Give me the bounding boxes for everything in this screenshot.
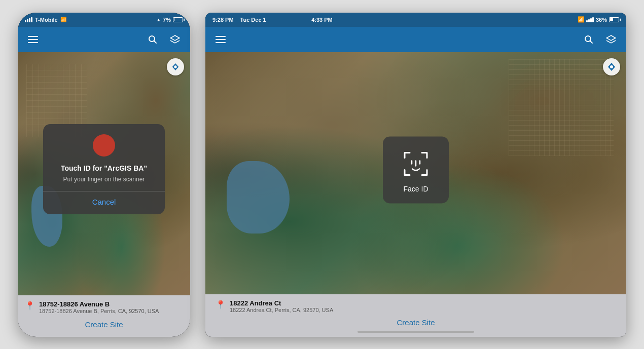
tablet-battery-fill xyxy=(610,18,613,21)
tablet-status-left: 9:28 PM Tue Dec 1 xyxy=(212,17,266,23)
tablet-menu-button[interactable] xyxy=(212,31,229,48)
phone-address-main: 18752-18826 Avenue B xyxy=(39,300,159,308)
scroll-indicator-container xyxy=(216,331,616,333)
tablet-header-right-icons xyxy=(581,31,619,48)
tablet-app-header xyxy=(205,27,626,52)
tablet-address-text: 18222 Andrea Ct 18222 Andrea Ct, Perris,… xyxy=(230,299,333,313)
battery-icon xyxy=(173,17,183,22)
tablet-search-button[interactable] xyxy=(581,31,597,48)
phone-device: T-Mobile 📶 4:33 PM ▲ 7% xyxy=(18,13,190,337)
pin-icon: 📍 xyxy=(25,301,35,311)
phone-address-text: 18752-18826 Avenue B 18752-18826 Avenue … xyxy=(39,300,159,314)
phone-status-bar: T-Mobile 📶 4:33 PM ▲ 7% xyxy=(18,13,190,27)
phone-bottom-bar: 📍 18752-18826 Avenue B 18752-18826 Avenu… xyxy=(18,295,190,337)
tablet-signal-icon xyxy=(586,17,594,22)
header-right-icons xyxy=(145,31,183,48)
status-right: ▲ 7% xyxy=(156,17,183,23)
face-id-icon-container xyxy=(401,148,431,179)
svg-point-5 xyxy=(610,65,613,68)
phone-address-row: 📍 18752-18826 Avenue B 18752-18826 Avenu… xyxy=(25,300,183,314)
tablet-map[interactable]: Face ID xyxy=(205,52,626,294)
phone-address-sub: 18752-18826 Avenue B, Perris, CA, 92570,… xyxy=(39,308,159,314)
tablet-battery-icon xyxy=(609,17,619,22)
svg-line-4 xyxy=(590,41,593,43)
face-id-dialog: Face ID xyxy=(383,136,449,203)
tablet-wifi-icon: 📶 xyxy=(578,16,584,23)
battery-fill xyxy=(174,18,174,21)
tablet-address-sub: 18222 Andrea Ct, Perris, CA, 92570, USA xyxy=(230,307,333,313)
tablet-device: 9:28 PM Tue Dec 1 📶 36% xyxy=(205,13,626,337)
layers-button[interactable] xyxy=(167,31,183,48)
svg-line-1 xyxy=(154,41,157,43)
svg-point-2 xyxy=(174,65,176,68)
tablet-status-bar: 9:28 PM Tue Dec 1 📶 36% xyxy=(205,13,626,27)
wifi-icon: 📶 xyxy=(60,17,66,22)
touch-id-cancel-button[interactable]: Cancel xyxy=(55,198,153,206)
tablet-pin-icon: 📍 xyxy=(216,300,226,309)
tablet-battery-percent: 36% xyxy=(596,17,607,23)
tablet-status-right: 📶 36% xyxy=(578,16,619,23)
battery-percent: 7% xyxy=(163,17,171,23)
tablet-address-row: 📍 18222 Andrea Ct 18222 Andrea Ct, Perri… xyxy=(216,299,616,313)
face-id-svg xyxy=(401,148,431,179)
tablet-create-site-button[interactable]: Create Site xyxy=(216,316,616,329)
touch-id-title: Touch ID for "ArcGIS BA" xyxy=(55,163,153,172)
signal-icon xyxy=(25,17,32,22)
location-button[interactable] xyxy=(167,58,184,75)
tablet-date: Tue Dec 1 xyxy=(240,17,266,23)
phone-app-header xyxy=(18,27,190,52)
location-arrow-icon: ▲ xyxy=(156,17,161,22)
tablet-location-button[interactable] xyxy=(603,58,620,75)
phone-map[interactable]: Touch ID for "ArcGIS BA" Put your finger… xyxy=(18,52,190,295)
carrier-label: T-Mobile xyxy=(35,17,58,23)
tablet-bottom-bar: 📍 18222 Andrea Ct 18222 Andrea Ct, Perri… xyxy=(205,294,626,337)
tablet-urban-grid xyxy=(509,59,614,156)
face-id-label: Face ID xyxy=(398,185,434,193)
touch-id-dialog: Touch ID for "ArcGIS BA" Put your finger… xyxy=(43,124,165,214)
touch-id-subtitle: Put your finger on the scanner xyxy=(55,176,153,183)
status-left: T-Mobile 📶 xyxy=(25,17,66,23)
phone-create-site-button[interactable]: Create Site xyxy=(25,318,183,331)
search-button[interactable] xyxy=(145,31,161,48)
touch-id-dot xyxy=(93,134,115,156)
tablet-time: 9:28 PM xyxy=(212,17,234,23)
scroll-indicator xyxy=(357,331,474,333)
tablet-layers-button[interactable] xyxy=(603,31,619,48)
tablet-address-main: 18222 Andrea Ct xyxy=(230,299,333,307)
menu-button[interactable] xyxy=(25,31,41,48)
touch-id-divider xyxy=(43,191,165,191)
